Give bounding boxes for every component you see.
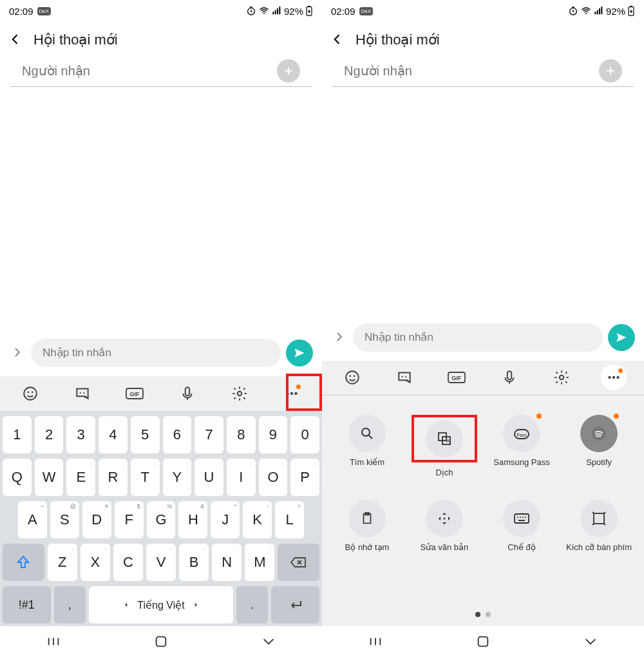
svg-point-33 <box>362 428 370 436</box>
sticker-icon[interactable] <box>70 381 95 406</box>
key-l[interactable]: L+ <box>275 501 304 538</box>
gif-icon[interactable]: GIF <box>122 381 147 406</box>
panel-item-spotify[interactable]: Spotify <box>560 415 638 488</box>
compose-row <box>322 318 644 361</box>
key-2[interactable]: 2 <box>35 416 64 453</box>
expand-button[interactable] <box>331 328 348 347</box>
key-z[interactable]: Z· <box>48 544 77 581</box>
settings-icon[interactable] <box>227 381 252 406</box>
page-title: Hội thoại mới <box>33 32 118 48</box>
key-9[interactable]: 9 <box>259 416 288 453</box>
key-7[interactable]: 7 <box>194 416 223 453</box>
key-w[interactable]: W· <box>35 459 64 496</box>
emoji-icon[interactable] <box>17 381 43 406</box>
space-key[interactable]: Tiếng Việt <box>89 586 233 624</box>
message-input[interactable] <box>353 323 603 352</box>
back-nav-button[interactable] <box>571 634 610 649</box>
key-1[interactable]: 1 <box>3 416 32 453</box>
shift-key[interactable] <box>3 544 44 581</box>
recipient-input[interactable] <box>344 64 592 79</box>
recipient-input[interactable] <box>22 64 270 79</box>
key-q[interactable]: Q· <box>3 459 32 496</box>
recents-button[interactable] <box>34 634 73 649</box>
key-y[interactable]: Y· <box>163 459 192 496</box>
key-g[interactable]: G% <box>147 501 176 538</box>
svg-point-7 <box>80 392 81 394</box>
add-recipient-button[interactable] <box>277 59 300 82</box>
screen-left: 02:09 DeX 92% Hội thoại mới <box>0 0 322 657</box>
key-f[interactable]: F$ <box>115 501 144 538</box>
page-dot-2[interactable] <box>486 612 491 617</box>
sticker-icon[interactable] <box>392 365 417 390</box>
key-o[interactable]: O· <box>259 459 288 496</box>
panel-item-mode[interactable]: Chế độ <box>483 500 560 563</box>
panel-item-search[interactable]: Tìm kiếm <box>328 415 406 488</box>
panel-item-text-edit[interactable]: Sửa văn bản <box>406 500 483 563</box>
key-3[interactable]: 3 <box>66 416 95 453</box>
key-u[interactable]: U· <box>194 459 223 496</box>
recipient-row <box>10 58 312 87</box>
spotify-icon <box>580 415 618 452</box>
page-dot-1[interactable] <box>475 612 480 617</box>
key-6[interactable]: 6 <box>163 416 192 453</box>
home-button[interactable] <box>142 634 180 649</box>
enter-key[interactable] <box>271 586 319 624</box>
more-icon[interactable] <box>601 365 627 390</box>
gif-icon[interactable]: GIF <box>444 365 469 390</box>
key-v[interactable]: V· <box>146 544 176 581</box>
voice-icon[interactable] <box>175 381 200 406</box>
add-recipient-button[interactable] <box>599 59 622 82</box>
panel-item-clipboard[interactable]: Bộ nhớ tạm <box>328 500 406 563</box>
panel-label: Spotify <box>586 457 612 478</box>
svg-point-42 <box>444 517 446 519</box>
comma-key[interactable]: , <box>54 586 86 624</box>
period-key[interactable]: . <box>236 586 269 624</box>
key-x[interactable]: X· <box>80 544 110 581</box>
resize-icon <box>580 500 618 537</box>
status-bar: 02:09 DeX 92% <box>322 0 644 22</box>
key-0[interactable]: 0 <box>290 416 319 453</box>
key-r[interactable]: R· <box>99 459 128 496</box>
send-button[interactable] <box>286 339 313 367</box>
send-button[interactable] <box>608 324 635 351</box>
key-a[interactable]: A~ <box>18 501 47 538</box>
key-i[interactable]: I· <box>227 459 256 496</box>
key-m[interactable]: M· <box>245 544 274 581</box>
panel-item-translate[interactable]: A Dịch <box>406 415 483 488</box>
backspace-key[interactable] <box>278 544 319 581</box>
emoji-icon[interactable] <box>339 365 365 390</box>
key-4[interactable]: 4 <box>99 416 128 453</box>
battery-percent: 92% <box>606 6 625 17</box>
panel-item-keyboard-size[interactable]: Kích cỡ bàn phím <box>560 500 638 563</box>
expand-button[interactable] <box>9 344 26 362</box>
key-e[interactable]: E· <box>66 459 95 496</box>
key-c[interactable]: C· <box>113 544 143 581</box>
key-d[interactable]: D# <box>82 501 111 538</box>
symbols-key[interactable]: !#1 <box>3 586 51 624</box>
svg-point-14 <box>290 392 293 395</box>
voice-icon[interactable] <box>497 365 522 390</box>
panel-label: Tìm kiếm <box>350 457 384 478</box>
key-k[interactable]: K- <box>243 501 272 538</box>
back-nav-button[interactable] <box>249 634 288 649</box>
key-b[interactable]: B· <box>179 544 209 581</box>
key-n[interactable]: N· <box>212 544 242 581</box>
message-input[interactable] <box>31 339 281 367</box>
key-5[interactable]: 5 <box>131 416 160 453</box>
panel-item-samsung-pass[interactable]: Pass Samsung Pass <box>483 415 560 488</box>
key-p[interactable]: P· <box>290 459 319 496</box>
back-button[interactable] <box>9 30 22 50</box>
home-button[interactable] <box>464 634 502 649</box>
recents-button[interactable] <box>356 634 395 649</box>
key-h[interactable]: H& <box>178 501 207 538</box>
settings-icon[interactable] <box>549 365 574 390</box>
panel-label: Dịch <box>435 468 453 488</box>
more-icon[interactable] <box>279 381 305 406</box>
back-button[interactable] <box>331 30 344 50</box>
key-j[interactable]: J* <box>211 501 240 538</box>
svg-point-32 <box>617 376 620 379</box>
key-t[interactable]: T· <box>131 459 160 496</box>
key-8[interactable]: 8 <box>227 416 256 453</box>
key-s[interactable]: S@ <box>50 501 79 538</box>
keyboard: 1 2 3 4 5 6 7 8 9 0 Q· W· E· R· T· Y· U·… <box>0 411 322 626</box>
